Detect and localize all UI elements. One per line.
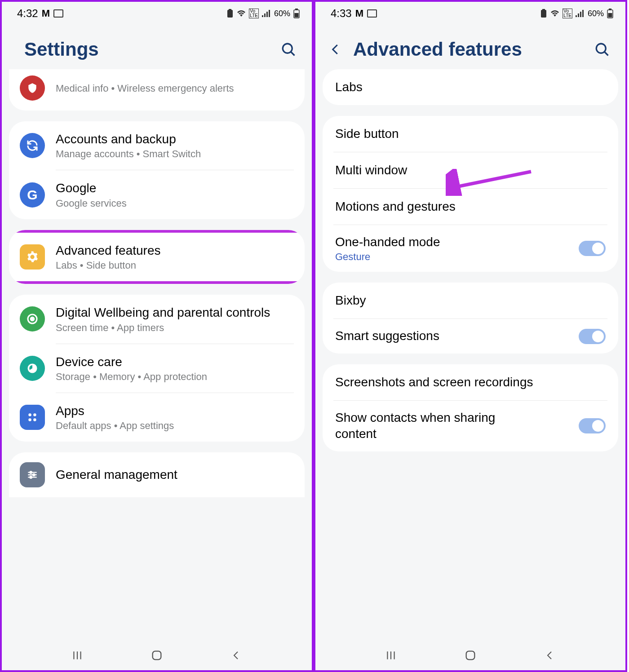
svg-rect-28 bbox=[541, 10, 546, 18]
one-handed-title: One-handed mode bbox=[335, 234, 440, 250]
content-scroll[interactable]: Labs Side button Multi window Motions an… bbox=[315, 69, 625, 641]
card-buttons: Side button Multi window Motions and ges… bbox=[323, 116, 618, 272]
devicecare-icon bbox=[20, 356, 45, 381]
item-motions[interactable]: Motions and gestures bbox=[323, 189, 618, 225]
advanced-title: Advanced features bbox=[56, 243, 297, 259]
svg-rect-36 bbox=[608, 13, 612, 18]
nav-back[interactable] bbox=[541, 646, 559, 664]
google-icon: G bbox=[20, 182, 45, 208]
header: Advanced features bbox=[315, 25, 625, 69]
nav-bar bbox=[315, 641, 625, 670]
sync-icon bbox=[20, 133, 45, 158]
toggle-one-handed[interactable] bbox=[579, 241, 606, 256]
settings-item-accounts[interactable]: Accounts and backup Manage accounts • Sm… bbox=[9, 121, 305, 170]
advanced-subtitle: Labs • Side button bbox=[56, 260, 297, 271]
card-device: Digital Wellbeing and parental controls … bbox=[9, 295, 305, 442]
item-side-button[interactable]: Side button bbox=[323, 116, 618, 152]
volte-icon: VoLTE bbox=[563, 9, 572, 18]
sliders-icon bbox=[20, 462, 45, 487]
svg-line-10 bbox=[291, 52, 295, 56]
item-labs[interactable]: Labs bbox=[323, 69, 618, 105]
google-subtitle: Google services bbox=[56, 198, 294, 209]
search-icon[interactable] bbox=[280, 41, 297, 57]
nav-back[interactable] bbox=[227, 646, 245, 664]
item-bixby[interactable]: Bixby bbox=[323, 283, 618, 318]
battery-saver-icon bbox=[540, 9, 547, 18]
card-screenshots: Screenshots and screen recordings Show c… bbox=[323, 364, 618, 451]
toggle-show-contacts[interactable] bbox=[579, 418, 606, 433]
settings-item-devicecare[interactable]: Device care Storage • Memory • App prote… bbox=[9, 344, 305, 393]
item-screenshots[interactable]: Screenshots and screen recordings bbox=[323, 364, 618, 400]
svg-point-14 bbox=[28, 413, 31, 416]
apps-subtitle: Default apps • App settings bbox=[56, 420, 294, 432]
smart-suggestions-title: Smart suggestions bbox=[335, 328, 439, 344]
general-title: General management bbox=[56, 467, 294, 483]
battery-percent: 60% bbox=[274, 9, 290, 18]
svg-line-38 bbox=[605, 52, 608, 56]
safety-icon bbox=[20, 75, 45, 101]
apps-title: Apps bbox=[56, 403, 294, 419]
gear-icon bbox=[20, 244, 45, 270]
wellbeing-title: Digital Wellbeing and parental controls bbox=[56, 305, 294, 321]
settings-item-apps[interactable]: Apps Default apps • App settings bbox=[9, 393, 305, 442]
wifi-icon bbox=[236, 9, 246, 18]
svg-point-23 bbox=[30, 477, 32, 478]
gmail-icon: M bbox=[355, 8, 363, 19]
gmail-icon: M bbox=[42, 8, 50, 19]
svg-rect-32 bbox=[580, 12, 581, 17]
accounts-title: Accounts and backup bbox=[56, 131, 294, 147]
settings-item-general[interactable]: General management bbox=[9, 452, 305, 497]
item-multi-window[interactable]: Multi window bbox=[323, 152, 618, 188]
toggle-smart-suggestions[interactable] bbox=[579, 329, 606, 344]
status-bar: 4:32 M VoLTE 60% bbox=[2, 2, 312, 25]
volte-icon: VoLTE bbox=[249, 9, 259, 18]
apps-icon bbox=[20, 405, 45, 430]
svg-rect-3 bbox=[264, 13, 266, 17]
nav-home[interactable] bbox=[461, 646, 479, 664]
svg-rect-7 bbox=[295, 9, 298, 10]
settings-item-safety[interactable]: Medical info • Wireless emergency alerts bbox=[9, 69, 305, 111]
one-handed-sub: Gesture bbox=[335, 251, 440, 263]
item-smart-suggestions[interactable]: Smart suggestions bbox=[323, 319, 618, 353]
gallery-icon bbox=[367, 9, 377, 18]
battery-icon bbox=[293, 9, 300, 18]
svg-rect-30 bbox=[576, 15, 577, 17]
settings-item-wellbeing[interactable]: Digital Wellbeing and parental controls … bbox=[9, 295, 305, 343]
content-scroll[interactable]: Medical info • Wireless emergency alerts… bbox=[2, 69, 312, 641]
svg-point-21 bbox=[33, 474, 35, 476]
nav-bar bbox=[2, 641, 312, 670]
header: Settings bbox=[2, 25, 312, 69]
highlight-advanced-features: Advanced features Labs • Side button bbox=[9, 230, 305, 284]
status-bar: 4:33 M VoLTE 60% bbox=[315, 2, 625, 25]
back-icon[interactable] bbox=[329, 43, 342, 56]
svg-rect-43 bbox=[466, 651, 475, 660]
svg-point-16 bbox=[28, 418, 31, 421]
signal-icon bbox=[575, 9, 585, 18]
card-general: General management bbox=[9, 452, 305, 497]
safety-subtitle: Medical info • Wireless emergency alerts bbox=[56, 83, 294, 94]
battery-saver-icon bbox=[226, 9, 234, 18]
svg-rect-0 bbox=[227, 10, 233, 18]
wellbeing-subtitle: Screen time • App timers bbox=[56, 322, 294, 334]
settings-item-google[interactable]: G Google Google services bbox=[9, 170, 305, 219]
wifi-icon bbox=[550, 9, 560, 18]
phone-left: 4:32 M VoLTE 60% Settings Medical info •… bbox=[0, 0, 314, 672]
svg-point-19 bbox=[30, 472, 32, 473]
nav-home[interactable] bbox=[148, 646, 166, 664]
svg-rect-29 bbox=[542, 9, 545, 10]
svg-rect-35 bbox=[609, 9, 611, 10]
svg-rect-2 bbox=[262, 15, 263, 17]
svg-point-12 bbox=[31, 318, 34, 321]
show-contacts-title: Show contacts when sharing content bbox=[335, 410, 533, 442]
svg-point-15 bbox=[33, 413, 36, 416]
item-show-contacts[interactable]: Show contacts when sharing content bbox=[323, 401, 618, 451]
search-icon[interactable] bbox=[594, 41, 610, 57]
nav-recents[interactable] bbox=[382, 646, 400, 664]
nav-recents[interactable] bbox=[68, 646, 86, 664]
battery-percent: 60% bbox=[588, 9, 604, 18]
svg-rect-27 bbox=[153, 651, 161, 660]
item-one-handed[interactable]: One-handed mode Gesture bbox=[323, 225, 618, 272]
page-title: Advanced features bbox=[353, 39, 583, 60]
settings-item-advanced[interactable]: Advanced features Labs • Side button bbox=[9, 233, 305, 281]
devicecare-subtitle: Storage • Memory • App protection bbox=[56, 371, 294, 383]
